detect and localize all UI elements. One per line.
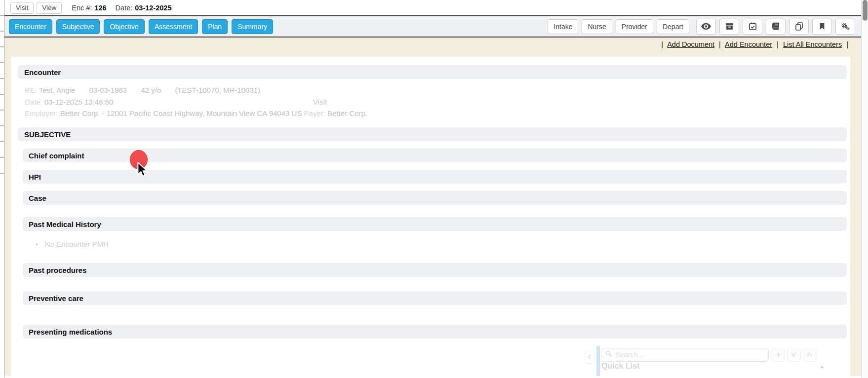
patient-age: 42 y/o <box>141 86 161 94</box>
hpi-title: HPI <box>29 173 41 181</box>
background-page-edge <box>0 0 4 378</box>
tab-objective[interactable]: Objective <box>104 19 144 34</box>
encounter-section-title: Encounter <box>24 68 61 76</box>
add-document-link[interactable]: Add Document <box>667 40 714 48</box>
separator: | <box>719 40 721 48</box>
payer-label: Payer: <box>304 109 325 117</box>
book-icon <box>772 22 780 31</box>
bookmark-icon <box>819 22 826 31</box>
encounter-datetime: 03-12-2025 13:46:50 <box>44 98 113 106</box>
provider-button[interactable]: Provider <box>616 19 653 34</box>
plus-icon: + <box>776 350 781 360</box>
nurse-button[interactable]: Nurse <box>582 19 612 34</box>
caret-up-icon[interactable]: ▲ <box>820 364 825 369</box>
encounter-section-header[interactable]: Encounter <box>18 65 847 79</box>
enc-number-value: 126 <box>94 4 106 12</box>
preventive-care-title: Preventive care <box>29 294 83 302</box>
payer-value: Better Corp. <box>327 109 367 117</box>
pmh-empty-text: No Encounter PMH <box>45 240 109 248</box>
employer-value: Better Corp. - 12001 Pacific Coast Highw… <box>60 109 302 117</box>
employer-payer-line: Employer: Better Corp. - 12001 Pacific C… <box>25 108 839 119</box>
chevron-double-up-icon <box>806 350 813 360</box>
subjective-section-title: SUBJECTIVE <box>24 130 71 139</box>
patient-ids: (TEST-10070, MR-10031) <box>175 86 260 94</box>
chevron-left-icon <box>587 353 592 362</box>
enc-number-label: Enc #: <box>72 4 92 12</box>
separator: | <box>661 40 663 48</box>
quick-list-title: Quick List <box>601 362 639 371</box>
encounter-title-bar: Visit View Enc #: 126 Date: 03-12-2025 <box>4 0 861 16</box>
archive-icon <box>725 22 734 31</box>
encounter-panel: Encounter RE: Test, Angie 03-03-1983 42 … <box>11 57 850 376</box>
patient-name: Test, Angie <box>39 86 75 94</box>
copy-icon <box>795 22 803 31</box>
employer-label: Employer: <box>25 109 58 117</box>
visit-type: Visit <box>313 96 327 108</box>
search-input[interactable] <box>615 351 764 359</box>
visit-button[interactable]: Visit <box>10 2 34 14</box>
encounter-meta: Enc #: 126 Date: 03-12-2025 <box>72 4 180 12</box>
past-medical-history-title: Past Medical History <box>29 220 101 228</box>
eye-icon <box>701 23 711 30</box>
patient-dob: 03-03-1983 <box>89 86 127 94</box>
encounter-actions: | Add Document | Add Encounter | List Al… <box>659 40 851 48</box>
pmh-empty-item: • No Encounter PMH <box>36 240 109 248</box>
quick-list-search-box <box>601 348 769 362</box>
case-title: Case <box>29 194 46 202</box>
view-button[interactable]: View <box>37 2 62 14</box>
enc-date-value: 03-12-2025 <box>135 4 171 12</box>
chevron-double-down-icon <box>790 350 797 360</box>
quick-list-divider[interactable] <box>596 346 600 376</box>
vertical-scrollbar[interactable] <box>861 0 868 378</box>
presenting-medications-header[interactable]: Presenting medications <box>23 325 847 339</box>
tab-assessment[interactable]: Assessment <box>149 19 198 34</box>
settings-button[interactable] <box>835 19 855 35</box>
patient-identity-line: RE: Test, Angie 03-03-1983 42 y/o (TEST-… <box>25 84 839 96</box>
search-icon <box>605 350 612 359</box>
encounter-page: Visit View Enc #: 126 Date: 03-12-2025 E… <box>0 0 868 378</box>
calendar-check-icon <box>749 22 757 31</box>
archive-button[interactable] <box>719 19 739 35</box>
re-label: RE: <box>25 86 37 94</box>
patient-summary: RE: Test, Angie 03-03-1983 42 y/o (TEST-… <box>25 84 839 119</box>
separator: | <box>846 40 848 48</box>
past-procedures-header[interactable]: Past procedures <box>23 263 847 277</box>
date-label: Date: <box>25 98 42 106</box>
bullet-icon: • <box>36 241 38 248</box>
bookmark-button[interactable] <box>812 19 832 35</box>
content-area: | Add Document | Add Encounter | List Al… <box>4 38 861 376</box>
preventive-care-header[interactable]: Preventive care <box>23 291 847 305</box>
documentation-button[interactable] <box>766 19 786 35</box>
enc-date-label: Date: <box>116 4 133 12</box>
mouse-cursor-icon <box>137 162 149 180</box>
encounter-nav-bar: Encounter Subjective Objective Assessmen… <box>4 16 861 38</box>
presenting-medications-title: Presenting medications <box>29 328 112 336</box>
quick-list-collapse-all-button[interactable] <box>803 348 816 362</box>
intake-button[interactable]: Intake <box>548 19 578 34</box>
quick-list-expand-all-button[interactable] <box>787 348 800 362</box>
preview-button[interactable] <box>696 19 716 35</box>
past-medical-history-header[interactable]: Past Medical History <box>23 217 847 231</box>
add-encounter-link[interactable]: Add Encounter <box>725 40 772 48</box>
encounter-date-line: Date: 03-12-2025 13:46:50 Visit <box>25 96 839 108</box>
list-all-encounters-link[interactable]: List All Encounters <box>783 40 842 48</box>
past-procedures-title: Past procedures <box>29 266 87 274</box>
chief-complaint-title: Chief complaint <box>29 151 84 160</box>
row-tick-lines <box>0 0 4 174</box>
scrollbar-thumb[interactable] <box>863 0 868 21</box>
quick-list-collapse-button[interactable] <box>585 351 594 364</box>
copy-button[interactable] <box>789 19 809 35</box>
calendar-button[interactable] <box>743 19 762 35</box>
tab-encounter[interactable]: Encounter <box>9 19 52 34</box>
depart-button[interactable]: Depart <box>657 19 689 34</box>
case-header[interactable]: Case <box>23 191 847 205</box>
separator: | <box>777 40 779 48</box>
main-area: Visit View Enc #: 126 Date: 03-12-2025 E… <box>4 0 861 378</box>
tab-plan[interactable]: Plan <box>202 19 228 34</box>
subjective-section-header[interactable]: SUBJECTIVE <box>18 127 847 141</box>
gears-icon <box>841 22 850 31</box>
tab-summary[interactable]: Summary <box>232 19 273 34</box>
quick-list-add-button[interactable]: + <box>772 348 785 362</box>
tab-subjective[interactable]: Subjective <box>56 19 100 34</box>
